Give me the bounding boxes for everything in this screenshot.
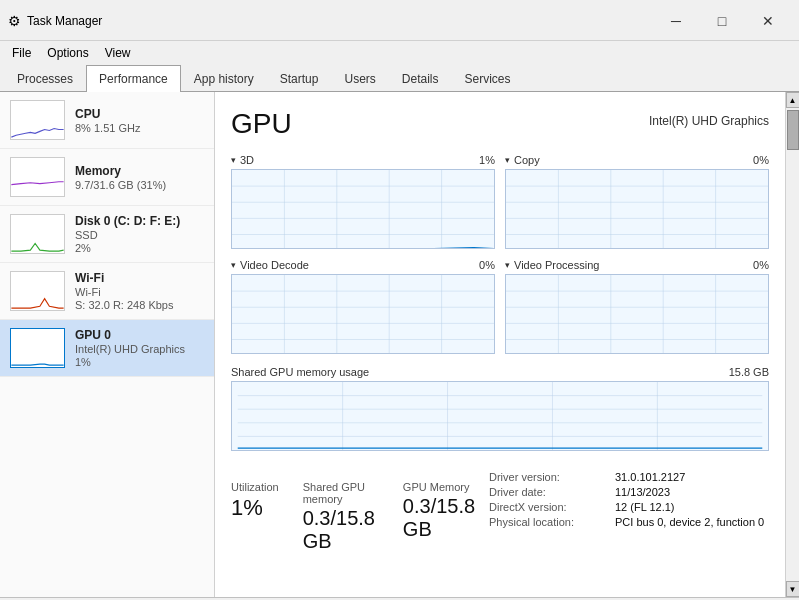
info-driver-date-key: Driver date: bbox=[489, 486, 609, 498]
scrollbar-up-button[interactable]: ▲ bbox=[786, 92, 800, 108]
chart-copy-name: Copy bbox=[514, 154, 540, 166]
info-physical-location-val: PCI bus 0, device 2, function 0 bbox=[615, 516, 764, 528]
info-directx-key: DirectX version: bbox=[489, 501, 609, 513]
info-driver-date-val: 11/13/2023 bbox=[615, 486, 670, 498]
scrollbar-thumb[interactable] bbox=[787, 110, 799, 150]
wifi-title: Wi-Fi bbox=[75, 271, 204, 285]
chart-video-decode-percent: 0% bbox=[479, 259, 495, 271]
sidebar-item-disk[interactable]: Disk 0 (C: D: F: E:) SSD 2% bbox=[0, 206, 214, 263]
scrollbar-down-button[interactable]: ▼ bbox=[786, 581, 800, 597]
gpu-graph bbox=[10, 328, 65, 368]
stat-gpu-memory: GPU Memory 0.3/15.8 GB bbox=[403, 481, 479, 553]
tab-processes[interactable]: Processes bbox=[4, 65, 86, 92]
menu-options[interactable]: Options bbox=[39, 43, 96, 63]
disk-title: Disk 0 (C: D: F: E:) bbox=[75, 214, 204, 228]
memory-graph bbox=[10, 157, 65, 197]
maximize-button[interactable]: □ bbox=[699, 6, 745, 36]
sidebar-item-gpu[interactable]: GPU 0 Intel(R) UHD Graphics 1% bbox=[0, 320, 214, 377]
chart-3d: ▾ 3D 1% bbox=[231, 154, 495, 249]
chart-3d-percent: 1% bbox=[479, 154, 495, 166]
info-driver-date: Driver date: 11/13/2023 bbox=[489, 486, 769, 498]
cpu-info: CPU 8% 1.51 GHz bbox=[75, 107, 204, 134]
stat-utilization-label: Utilization bbox=[231, 481, 279, 493]
sidebar-item-wifi[interactable]: Wi-Fi Wi-Fi S: 32.0 R: 248 Kbps bbox=[0, 263, 214, 320]
content-header: GPU Intel(R) UHD Graphics bbox=[231, 108, 769, 140]
chart-copy-box bbox=[505, 169, 769, 249]
chevron-copy-icon: ▾ bbox=[505, 155, 510, 165]
stat-gpu-memory-label: GPU Memory bbox=[403, 481, 479, 493]
tab-startup[interactable]: Startup bbox=[267, 65, 332, 92]
gpu-sub1: Intel(R) UHD Graphics bbox=[75, 343, 204, 355]
scrollbar: ▲ ▼ bbox=[785, 92, 799, 597]
disk-info: Disk 0 (C: D: F: E:) SSD 2% bbox=[75, 214, 204, 254]
memory-title: Memory bbox=[75, 164, 204, 178]
window-controls: ─ □ ✕ bbox=[653, 6, 791, 36]
chart-video-processing: ▾ Video Processing 0% bbox=[505, 259, 769, 354]
tab-details[interactable]: Details bbox=[389, 65, 452, 92]
stat-utilization: Utilization 1% bbox=[231, 481, 279, 553]
shared-memory-box bbox=[231, 381, 769, 451]
chart-video-decode-box bbox=[231, 274, 495, 354]
memory-sub: 9.7/31.6 GB (31%) bbox=[75, 179, 204, 191]
chart-video-processing-label: ▾ Video Processing 0% bbox=[505, 259, 769, 271]
gpu-info: GPU 0 Intel(R) UHD Graphics 1% bbox=[75, 328, 204, 368]
stats-info-row: Utilization 1% Shared GPU memory 0.3/15.… bbox=[231, 463, 769, 567]
tab-performance[interactable]: Performance bbox=[86, 65, 181, 92]
stat-shared-gpu-label: Shared GPU memory bbox=[303, 481, 379, 505]
content-panel: GPU Intel(R) UHD Graphics ▾ 3D 1% bbox=[215, 92, 785, 597]
sidebar: CPU 8% 1.51 GHz Memory 9.7/31.6 GB (31%)… bbox=[0, 92, 215, 597]
chart-video-processing-box bbox=[505, 274, 769, 354]
disk-graph bbox=[10, 214, 65, 254]
shared-memory-value: 15.8 GB bbox=[729, 366, 769, 378]
stats-row: Utilization 1% Shared GPU memory 0.3/15.… bbox=[231, 471, 479, 563]
tab-app-history[interactable]: App history bbox=[181, 65, 267, 92]
minimize-button[interactable]: ─ bbox=[653, 6, 699, 36]
tab-services[interactable]: Services bbox=[452, 65, 524, 92]
chart-video-decode: ▾ Video Decode 0% bbox=[231, 259, 495, 354]
sidebar-item-memory[interactable]: Memory 9.7/31.6 GB (31%) bbox=[0, 149, 214, 206]
title-bar: ⚙ Task Manager ─ □ ✕ bbox=[0, 0, 799, 41]
info-table: Driver version: 31.0.101.2127 Driver dat… bbox=[489, 471, 769, 531]
disk-sub2: 2% bbox=[75, 242, 204, 254]
wifi-graph bbox=[10, 271, 65, 311]
info-driver-version-val: 31.0.101.2127 bbox=[615, 471, 685, 483]
stat-shared-gpu: Shared GPU memory 0.3/15.8 GB bbox=[303, 481, 379, 553]
wifi-sub1: Wi-Fi bbox=[75, 286, 204, 298]
wifi-sub2: S: 32.0 R: 248 Kbps bbox=[75, 299, 204, 311]
stat-utilization-value: 1% bbox=[231, 495, 279, 521]
info-physical-location: Physical location: PCI bus 0, device 2, … bbox=[489, 516, 769, 528]
chart-3d-name: 3D bbox=[240, 154, 254, 166]
chart-video-processing-percent: 0% bbox=[753, 259, 769, 271]
gpu-sub2: 1% bbox=[75, 356, 204, 368]
shared-memory-label: Shared GPU memory usage 15.8 GB bbox=[231, 366, 769, 378]
info-driver-version-key: Driver version: bbox=[489, 471, 609, 483]
info-physical-location-key: Physical location: bbox=[489, 516, 609, 528]
gpu-title: GPU 0 bbox=[75, 328, 204, 342]
app-icon: ⚙ bbox=[8, 13, 21, 29]
chart-copy-label: ▾ Copy 0% bbox=[505, 154, 769, 166]
chart-copy: ▾ Copy 0% bbox=[505, 154, 769, 249]
info-driver-version: Driver version: 31.0.101.2127 bbox=[489, 471, 769, 483]
tab-bar: Processes Performance App history Startu… bbox=[0, 65, 799, 92]
cpu-graph bbox=[10, 100, 65, 140]
stat-gpu-memory-value: 0.3/15.8 GB bbox=[403, 495, 479, 541]
menu-view[interactable]: View bbox=[97, 43, 139, 63]
chart-3d-label: ▾ 3D 1% bbox=[231, 154, 495, 166]
wifi-info: Wi-Fi Wi-Fi S: 32.0 R: 248 Kbps bbox=[75, 271, 204, 311]
tab-users[interactable]: Users bbox=[331, 65, 388, 92]
sidebar-item-cpu[interactable]: CPU 8% 1.51 GHz bbox=[0, 92, 214, 149]
chart-copy-percent: 0% bbox=[753, 154, 769, 166]
info-directx: DirectX version: 12 (FL 12.1) bbox=[489, 501, 769, 513]
cpu-sub: 8% 1.51 GHz bbox=[75, 122, 204, 134]
memory-info: Memory 9.7/31.6 GB (31%) bbox=[75, 164, 204, 191]
info-directx-val: 12 (FL 12.1) bbox=[615, 501, 675, 513]
menu-bar: File Options View bbox=[0, 41, 799, 65]
chevron-video-decode-icon: ▾ bbox=[231, 260, 236, 270]
gpu-subtitle: Intel(R) UHD Graphics bbox=[649, 114, 769, 128]
close-button[interactable]: ✕ bbox=[745, 6, 791, 36]
chart-3d-box bbox=[231, 169, 495, 249]
charts-grid: ▾ 3D 1% bbox=[231, 154, 769, 354]
chart-video-processing-name: Video Processing bbox=[514, 259, 599, 271]
chart-video-decode-label: ▾ Video Decode 0% bbox=[231, 259, 495, 271]
menu-file[interactable]: File bbox=[4, 43, 39, 63]
